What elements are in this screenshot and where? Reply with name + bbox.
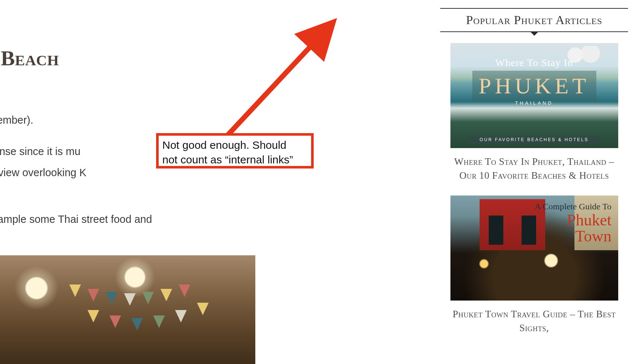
sidebar-card: Where To Stay In PHUKET THAILAND OUR FAV… (448, 43, 621, 182)
card-title: Phuket Town Travel Guide – The Best Sigh… (448, 307, 621, 335)
sidebar: Popular Phuket Articles Where To Stay In… (440, 8, 628, 348)
bunting-decoration (66, 284, 255, 332)
thumbnail-overlay: A Complete Guide To Phuket Town (535, 202, 612, 244)
chevron-down-icon (530, 31, 539, 36)
sidebar-card: A Complete Guide To Phuket Town Phuket T… (448, 195, 621, 335)
sidebar-header-text: Popular Phuket Articles (466, 13, 603, 27)
overlay-l1: A Complete Guide To (535, 202, 612, 211)
overlay-big: PHUKET (472, 71, 596, 101)
article-line-4: ll worth visiting to sample some Thai st… (0, 209, 152, 230)
card-thumbnail: A Complete Guide To Phuket Town (450, 195, 618, 301)
annotation-callout: Not good enough. Should not count as “in… (156, 133, 314, 169)
card-title: Where To Stay In Phuket, Thailand – Our … (448, 155, 621, 182)
sidebar-header: Popular Phuket Articles (440, 8, 628, 32)
article-heading: ta Beach (0, 46, 59, 70)
annotation-line-2: not count as “internal links” (162, 154, 293, 166)
overlay-script: Where To Stay In (495, 57, 573, 68)
overlay-l3: Town (535, 228, 612, 244)
card-thumbnail: Where To Stay In PHUKET THAILAND OUR FAV… (450, 43, 618, 148)
overlay-l2: Phuket (535, 212, 612, 228)
article-line-3c: ave a fantastic view overlooking K (0, 167, 86, 178)
overlay-small: THAILAND (472, 100, 596, 106)
sidebar-card-link[interactable]: A Complete Guide To Phuket Town Phuket T… (448, 195, 621, 335)
thumbnail-overlay: Where To Stay In PHUKET THAILAND (472, 57, 596, 106)
sidebar-card-link[interactable]: Where To Stay In PHUKET THAILAND OUR FAV… (448, 43, 621, 182)
article-main: ta Beach and Yoga studios. off-season (J… (0, 0, 328, 364)
page-root: ta Beach and Yoga studios. off-season (J… (0, 0, 639, 364)
article-line-3b: makes more sense since it is mu (0, 146, 81, 157)
overlay-strip: OUR FAVORITE BEACHES & HOTELS (469, 136, 600, 144)
article-inline-image (0, 255, 255, 364)
annotation-line-1: Not good enough. Should (162, 139, 286, 151)
article-line-2: off-season (June – September). (0, 109, 33, 131)
